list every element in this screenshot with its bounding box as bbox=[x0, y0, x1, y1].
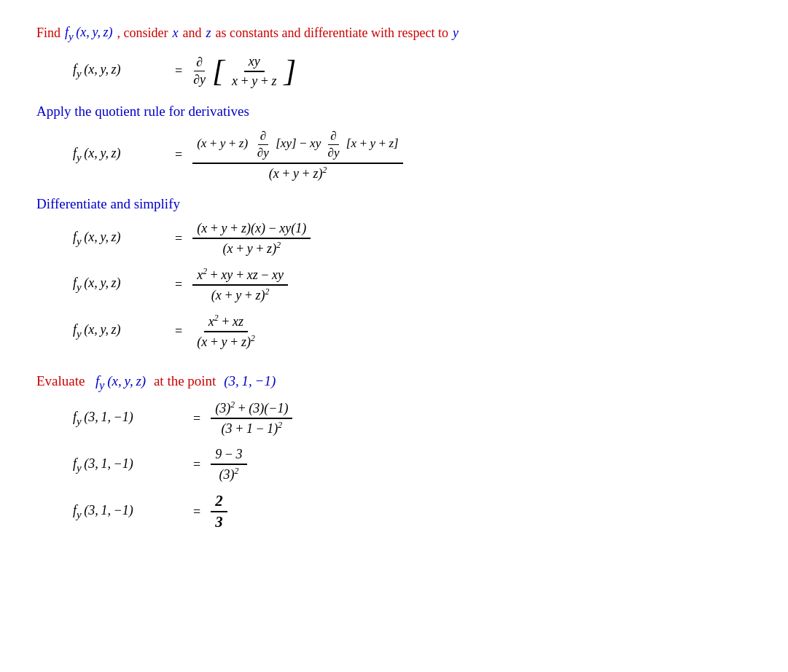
bracket-left-1: [ bbox=[212, 57, 225, 85]
fy-lhs-1: fy (x, y, z) bbox=[73, 62, 168, 80]
bracket-right-1: ] bbox=[284, 57, 297, 85]
differentiate-simplify-heading: Differentiate and simplify bbox=[36, 196, 752, 212]
differentiate-step-1: fy (x, y, z) = (x + y + z)(x) − xy(1) (x… bbox=[73, 219, 752, 258]
x-var-red: x bbox=[172, 23, 178, 44]
eval-equals-1: = bbox=[193, 411, 200, 426]
find-text: Find bbox=[36, 23, 61, 44]
fy-lhs-2: fy (x, y, z) bbox=[73, 146, 168, 164]
eval-fraction-2: 9 − 3 (3)2 bbox=[211, 445, 246, 484]
equals-2: = bbox=[175, 147, 182, 163]
eval-fraction-1: (3)2 + (3)(−1) (3 + 1 − 1)2 bbox=[211, 399, 292, 438]
quotient-rule-heading: Apply the quotient rule for derivatives bbox=[36, 103, 752, 120]
eval-step-2: fy (3, 1, −1) = 9 − 3 (3)2 bbox=[73, 445, 752, 484]
quotient-rule-fraction: (x + y + z) ∂ ∂y [xy] − xy ∂ ∂y [x + y +… bbox=[192, 127, 403, 183]
partial-operator-1: ∂ ∂y bbox=[190, 54, 209, 88]
y-var-red: y bbox=[453, 23, 459, 44]
diff-fraction-1: (x + y + z)(x) − xy(1) (x + y + z)2 bbox=[192, 219, 311, 258]
fy-xyz-eval: fy (x, y, z) bbox=[93, 373, 146, 388]
differentiate-step-2: fy (x, y, z) = x2 + xy + xz − xy (x + y … bbox=[73, 265, 752, 305]
eval-fraction-final: 2 3 bbox=[211, 491, 227, 532]
equals-3b: = bbox=[175, 277, 182, 292]
z-var-red: z bbox=[206, 23, 211, 44]
equals-1: = bbox=[175, 63, 182, 79]
fy-eval-lhs-2: fy (3, 1, −1) bbox=[73, 456, 186, 474]
diff-fraction-3: x2 + xz (x + y + z)2 bbox=[192, 312, 260, 351]
fy-lhs-3b: fy (x, y, z) bbox=[73, 276, 168, 294]
evaluate-word: Evaluate bbox=[36, 373, 85, 388]
fy-xyz-intro: fy (x, y, z) bbox=[65, 22, 112, 45]
diff-fraction-2: x2 + xy + xz − xy (x + y + z)2 bbox=[192, 265, 288, 305]
consider-text: , consider bbox=[117, 23, 168, 44]
fy-lhs-3c: fy (x, y, z) bbox=[73, 322, 168, 340]
evaluate-heading: Evaluate fy (x, y, z) at the point (3, 1… bbox=[36, 373, 752, 392]
and-text: and bbox=[182, 23, 201, 44]
eval-equals-3: = bbox=[193, 504, 200, 520]
intro-line: Find fy (x, y, z) , consider x and z as … bbox=[36, 22, 752, 45]
equals-3a: = bbox=[175, 231, 182, 246]
fy-eval-lhs-1: fy (3, 1, −1) bbox=[73, 410, 186, 428]
eval-equals-2: = bbox=[193, 457, 200, 472]
equals-3c: = bbox=[175, 324, 182, 339]
differentiate-step-3: fy (x, y, z) = x2 + xz (x + y + z)2 bbox=[73, 312, 752, 351]
constants-text: as constants and differentiate with resp… bbox=[215, 23, 448, 44]
fy-lhs-3a: fy (x, y, z) bbox=[73, 230, 168, 248]
quotient-rule-equation: fy (x, y, z) = (x + y + z) ∂ ∂y [xy] − x… bbox=[73, 127, 752, 183]
eval-point: (3, 1, −1) bbox=[224, 373, 276, 388]
eval-step-3: fy (3, 1, −1) = 2 3 bbox=[73, 491, 752, 532]
at-the-point-text: at the point bbox=[154, 373, 216, 388]
fy-eval-lhs-3: fy (3, 1, −1) bbox=[73, 503, 186, 521]
fraction-xy-over-xyz: xy x + y + z bbox=[227, 52, 281, 90]
step1-equation: fy (x, y, z) = ∂ ∂y [ xy x + y + z ] bbox=[73, 52, 752, 90]
page-container: Find fy (x, y, z) , consider x and z as … bbox=[22, 15, 766, 547]
eval-step-1: fy (3, 1, −1) = (3)2 + (3)(−1) (3 + 1 − … bbox=[73, 399, 752, 438]
